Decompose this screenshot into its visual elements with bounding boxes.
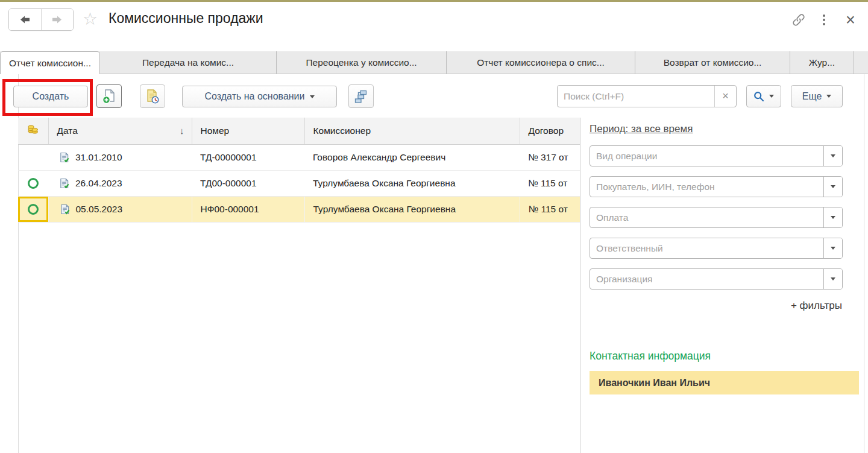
contact-info-heading: Контактная информация [590, 350, 711, 363]
more-actions-label: Еще [802, 91, 822, 102]
commission-sales-window: ☆ Комиссионные продажи × Отчет комиссион… [0, 0, 868, 453]
paid-status-column-header[interactable] [18, 118, 48, 144]
more-actions-button[interactable]: Еще [791, 85, 843, 107]
link-icon [791, 12, 807, 28]
tab-vozvrat-ot-komissionera[interactable]: Возврат от комиссио... [635, 51, 790, 74]
document-posted-icon [59, 178, 69, 189]
create-based-on-label: Создать на основании [205, 91, 305, 102]
dropdown-button[interactable] [823, 207, 842, 227]
kebab-icon [823, 14, 825, 17]
tab-peredacha-na-komissiyu[interactable]: Передача на комис... [100, 51, 277, 74]
payment-input[interactable] [590, 207, 823, 227]
tab-zhurnal[interactable]: Жур... [790, 51, 854, 74]
history-nav-group [8, 8, 74, 31]
create-based-on-button[interactable]: Создать на основании [182, 86, 337, 107]
status-circle-icon [28, 204, 39, 215]
magnifier-icon [753, 91, 764, 102]
filter-responsible [590, 238, 843, 259]
document-posted-icon [60, 204, 70, 215]
tab-otchet-o-spisanii[interactable]: Отчет комиссионера о спис... [447, 51, 635, 74]
document-posted-icon [59, 152, 69, 163]
document-clock-icon [145, 89, 160, 104]
document-plus-icon [102, 89, 116, 104]
close-button[interactable]: × [839, 11, 862, 29]
sort-desc-icon: ↓ [180, 125, 184, 136]
chevron-down-icon [826, 95, 831, 98]
page-title: Комиссионные продажи [108, 10, 263, 27]
chevron-down-icon [831, 247, 835, 250]
organization-input[interactable] [590, 269, 823, 289]
filter-buyer [590, 176, 843, 197]
clear-search-button[interactable]: × [714, 86, 736, 107]
dropdown-button[interactable] [823, 238, 842, 258]
tab-pereocenka-u-komissionera[interactable]: Переоценка у комиссио... [277, 51, 447, 74]
more-menu-button[interactable] [817, 11, 831, 29]
chevron-down-icon [769, 95, 774, 98]
search-box: × [557, 85, 737, 107]
copy-link-button[interactable] [787, 11, 810, 29]
dropdown-button[interactable] [823, 177, 842, 197]
search-options-button[interactable] [746, 85, 781, 107]
status-circle-icon [28, 178, 39, 189]
column-header-contract[interactable]: Договор [520, 118, 580, 144]
chevron-down-icon [831, 185, 835, 188]
filter-organization [590, 268, 843, 290]
favorite-star-icon[interactable]: ☆ [83, 8, 98, 30]
table-row[interactable]: 26.04.2023 ТД00-000001 Турлумбаева Оксан… [18, 170, 580, 196]
tab-otchet-komissionera[interactable]: Отчет комиссион... [0, 51, 100, 74]
back-button[interactable] [9, 9, 41, 30]
dropdown-button[interactable] [823, 146, 842, 166]
chevron-down-icon [310, 95, 315, 98]
table-header-row: Дата ↓ Номер Комиссионер Договор [18, 118, 580, 144]
filter-payment [590, 207, 843, 228]
add-filters-link[interactable]: + фильтры [590, 300, 842, 312]
responsible-input[interactable] [590, 238, 823, 258]
table-row[interactable]: 31.01.2010 ТД-00000001 Говоров Александр… [18, 144, 580, 170]
dropdown-button[interactable] [823, 269, 842, 289]
column-header-number[interactable]: Номер [192, 118, 304, 144]
chevron-down-icon [831, 277, 835, 280]
related-documents-button[interactable] [348, 84, 374, 108]
create-button[interactable]: Создать [13, 86, 88, 107]
column-header-agent[interactable]: Комиссионер [304, 118, 520, 144]
period-link[interactable]: Период: за все время [590, 123, 693, 135]
table-panel-divider [580, 118, 580, 453]
document-tabs: Отчет комиссион... Передача на комис... … [0, 51, 868, 74]
copy-document-button[interactable] [96, 84, 122, 108]
search-input[interactable] [558, 86, 714, 107]
column-header-date[interactable]: Дата ↓ [48, 118, 192, 144]
hierarchy-icon [354, 90, 368, 103]
operation-type-input[interactable] [590, 146, 823, 166]
chevron-down-icon [831, 154, 835, 157]
scheduled-document-button[interactable] [140, 84, 165, 108]
forward-icon [51, 15, 63, 24]
forward-button[interactable] [41, 9, 73, 30]
chevron-down-icon [831, 216, 835, 219]
table-row-selected[interactable]: 05.05.2023 НФ00-000001 Турлумбаева Оксан… [18, 196, 580, 222]
filter-operation-type [590, 145, 843, 166]
contact-name-row[interactable]: Иваночкин Иван Ильич [590, 371, 859, 394]
focused-cell[interactable] [18, 196, 48, 222]
window-top-accent [0, 0, 868, 2]
documents-table: Дата ↓ Номер Комиссионер Договор [18, 118, 580, 223]
buyer-input[interactable] [590, 177, 823, 197]
coins-icon [27, 124, 39, 135]
form-right-border [864, 74, 864, 453]
back-icon [19, 15, 31, 24]
